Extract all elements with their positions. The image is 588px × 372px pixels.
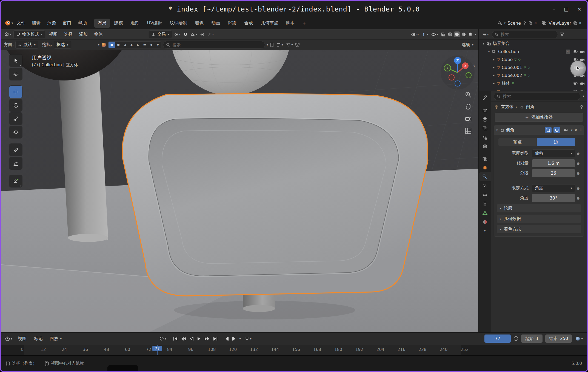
timeline-ruler[interactable]: 0122436486072849610812013214415616818019… [1, 345, 587, 355]
display-realtime-toggle[interactable] [553, 127, 560, 133]
pin-icon[interactable] [523, 21, 527, 25]
menu-marker[interactable]: 标记 [32, 335, 45, 342]
menu-window[interactable]: 窗口 [60, 19, 75, 27]
tab-geometry-nodes[interactable]: 几何节点 [257, 19, 282, 28]
tab-world[interactable] [479, 142, 491, 151]
add-object-tool[interactable] [9, 175, 22, 187]
outliner-row-scene-collection[interactable]: ▾ 场景集合 [479, 40, 587, 48]
close-button[interactable]: ✕ [577, 6, 581, 12]
tab-animation[interactable]: 动画 [208, 19, 224, 28]
shading-solid-button[interactable] [454, 31, 460, 37]
chevron-down-icon[interactable]: ▾ [583, 95, 584, 98]
falloff-smooth-button[interactable]: ■ [109, 42, 115, 48]
next-keyframe-button[interactable] [204, 337, 210, 341]
xray-toggle[interactable] [440, 32, 446, 37]
clock-icon[interactable] [513, 336, 518, 341]
animate-dot-icon[interactable]: ● [575, 171, 581, 175]
falloff-linear-button[interactable]: ◣ [135, 42, 141, 48]
tab-modifiers[interactable] [479, 172, 491, 181]
blender-logo-icon[interactable] [4, 20, 11, 26]
play-button[interactable] [197, 337, 201, 341]
outliner-row-collection[interactable]: ▾ Collection ✓ [479, 48, 587, 56]
animate-dot-icon[interactable]: ● [575, 152, 581, 155]
tab-particles[interactable] [479, 181, 491, 190]
expand-icon[interactable]: ▸ [492, 58, 496, 61]
keying-set-dropdown[interactable]: ▾ [575, 336, 584, 342]
navigation-gizmo[interactable]: Z X Y [438, 53, 477, 92]
tab-material[interactable] [479, 217, 491, 226]
minimize-button[interactable]: – [553, 6, 555, 12]
zoom-icon[interactable] [465, 91, 472, 98]
tab-constraints[interactable] [479, 199, 491, 208]
playhead-frame-badge[interactable]: 77 [152, 346, 162, 351]
expand-icon[interactable]: ▸ [492, 82, 496, 85]
subpanel-geometry[interactable]: ▸ 几何数据 [497, 215, 581, 223]
subpanel-profile[interactable]: ▸ 轮廓 [497, 204, 581, 212]
tab-object[interactable] [479, 163, 491, 172]
prev-keyframe-button[interactable] [181, 337, 186, 341]
outliner-row-cylinder[interactable]: ▸ ▽ 柱体 ▽ [479, 79, 587, 87]
display-render-toggle[interactable] [562, 127, 569, 133]
expand-icon[interactable]: ▸ [492, 74, 496, 77]
menu-object[interactable]: 物体 [92, 31, 105, 38]
animate-dot-icon[interactable]: ● [575, 186, 581, 190]
outliner-row-partial[interactable]: ▸ ▽ [479, 87, 587, 91]
tab-tool[interactable] [479, 93, 491, 102]
render-visibility-icon[interactable] [580, 50, 585, 53]
viewport-canvas[interactable]: 用户透视 (77) Collection | 立方体 Z X Y [1, 50, 478, 332]
add-modifier-button[interactable]: + 添加修改器 [495, 113, 583, 122]
amount-field[interactable]: 1.6 m [532, 159, 575, 167]
angle-field[interactable]: 30° [532, 194, 575, 202]
properties-search-input[interactable] [502, 94, 577, 99]
material-preview-icon[interactable] [101, 42, 107, 48]
tab-output[interactable] [479, 115, 491, 124]
editor-type-button[interactable]: ▾ [481, 32, 490, 37]
hide-eye-icon[interactable] [573, 82, 578, 85]
tab-sculpting[interactable]: 雕刻 [127, 19, 143, 28]
tab-rendering[interactable]: 渲染 [224, 19, 240, 28]
falloff-sphere-button[interactable]: ● [115, 42, 122, 48]
unlink-scene-icon[interactable]: ✕ [534, 22, 537, 25]
tabs-overflow-chevron[interactable]: ▾ [479, 226, 491, 235]
menu-file[interactable]: 文件 [14, 19, 28, 27]
transform-orientation-dropdown[interactable]: 全局 ▾ [149, 30, 172, 38]
render-visibility-icon[interactable] [580, 90, 585, 91]
sync-dropdown[interactable]: ▾ [159, 336, 167, 341]
affect-edges-button[interactable]: 边 [537, 138, 575, 146]
filter-icon[interactable] [560, 33, 564, 36]
add-workspace-button[interactable]: + [299, 19, 309, 27]
outliner-search-input[interactable] [500, 32, 555, 37]
menu-view[interactable]: 视图 [15, 335, 29, 342]
maximize-button[interactable]: □ [564, 6, 569, 12]
pin-icon[interactable] [580, 105, 584, 109]
menu-add[interactable]: 添加 [76, 31, 90, 38]
viewlayer-selector[interactable]: ViewLayer ✕ [540, 20, 584, 27]
limit-method-dropdown[interactable]: 角度 ▾ [532, 184, 575, 192]
segments-field[interactable]: 26 [532, 169, 575, 177]
direction-dropdown[interactable]: 默认 ▾ [15, 41, 38, 49]
filter-dropdown[interactable]: ▾ [286, 42, 294, 47]
transform-tool[interactable] [9, 126, 22, 138]
animate-dot-icon[interactable]: ● [575, 162, 581, 165]
grid-view-icon[interactable] [465, 127, 472, 134]
snap-playhead-dropdown[interactable]: ▾ [244, 336, 252, 341]
breadcrumb-modifier[interactable]: 倒角 [526, 104, 534, 110]
playback-menu[interactable]: 回放 ▾ [48, 335, 64, 342]
shading-rendered-button[interactable] [468, 31, 473, 37]
falloff-constant-button[interactable]: ▬ [141, 42, 148, 48]
modifier-name[interactable]: 倒角 [506, 127, 515, 133]
panel-collapse-arrow[interactable]: ‹ [473, 62, 475, 69]
proportional-falloff-dropdown[interactable]: ▾ [206, 32, 215, 37]
outliner-row-cube-002[interactable]: ▸ ▽ Cube.002 ▽ ◇ [479, 71, 587, 79]
tab-scripting[interactable]: 脚本 [282, 19, 298, 28]
collection-checkbox[interactable]: ✓ [566, 50, 570, 54]
tab-uv-editing[interactable]: UV编辑 [144, 19, 166, 28]
falloff-sharp-button[interactable]: ▲ [128, 42, 135, 48]
hide-eye-icon[interactable] [573, 50, 578, 53]
measure-tool[interactable] [9, 157, 22, 169]
gizmos-dropdown[interactable]: ▾ [421, 32, 429, 37]
menu-help[interactable]: 帮助 [75, 19, 90, 27]
copy-icon[interactable] [573, 21, 577, 25]
play-reverse-button[interactable] [190, 337, 194, 341]
proportional-edit-toggle[interactable] [199, 32, 205, 37]
